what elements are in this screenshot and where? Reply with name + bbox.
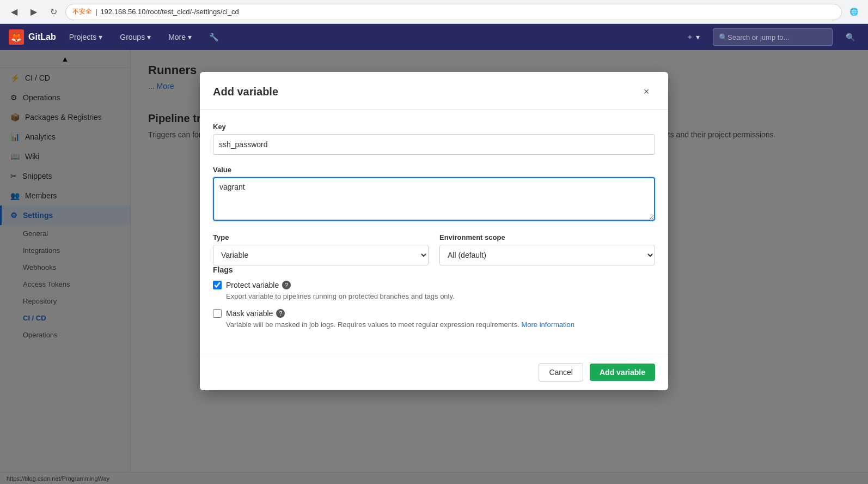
refresh-button[interactable]: ↻ [46, 4, 61, 20]
type-env-row: Type Variable File Environment scope All… [213, 233, 655, 265]
add-variable-modal: Add variable × Key Value vagrant [200, 72, 668, 390]
add-variable-button[interactable]: Add variable [590, 364, 655, 381]
chevron-down-icon: ▾ [147, 33, 151, 41]
nav-search[interactable]: 🔍 Search or jump to... [713, 28, 833, 46]
protect-variable-description: Export variable to pipelines running on … [213, 292, 655, 301]
modal-footer: Cancel Add variable [200, 354, 668, 390]
search-icon: 🔍 [719, 33, 728, 41]
url-separator: | [95, 8, 97, 16]
modal-overlay: Add variable × Key Value vagrant [0, 50, 868, 484]
chevron-down-icon: ▾ [696, 33, 700, 41]
flags-form-group: Flags Protect variable ? Export variable… [213, 265, 655, 330]
url-bar[interactable]: 不安全 | 192.168.56.10/root/test_cicd/-/set… [65, 4, 842, 20]
forward-button[interactable]: ▶ [26, 4, 41, 20]
chevron-down-icon: ▾ [99, 33, 102, 41]
type-select[interactable]: Variable File [213, 245, 429, 265]
env-scope-select[interactable]: All (default) Production Staging [439, 245, 655, 265]
mask-variable-description: Variable will be masked in job logs. Req… [213, 320, 655, 330]
modal-header: Add variable × [200, 72, 668, 110]
nav-groups[interactable]: Groups ▾ [115, 31, 155, 44]
modal-title: Add variable [213, 86, 278, 98]
nav-more[interactable]: More ▾ [164, 31, 196, 44]
mask-variable-row: Mask variable ? [213, 309, 655, 318]
mask-variable-checkbox[interactable] [213, 309, 222, 318]
browser-chrome: ◀ ▶ ↻ 不安全 | 192.168.56.10/root/test_cicd… [0, 0, 868, 24]
value-textarea[interactable]: vagrant [213, 177, 655, 221]
protect-variable-label[interactable]: Protect variable ? [226, 281, 291, 289]
value-form-group: Value vagrant [213, 166, 655, 222]
url-text: 192.168.56.10/root/test_cicd/-/settings/… [100, 8, 239, 16]
mask-variable-help-icon[interactable]: ? [276, 309, 285, 318]
mask-variable-label[interactable]: Mask variable ? [226, 309, 285, 318]
protect-variable-row: Protect variable ? [213, 281, 655, 289]
nav-projects[interactable]: Projects ▾ [65, 31, 107, 44]
chevron-down-icon: ▾ [188, 33, 192, 41]
cancel-button[interactable]: Cancel [539, 363, 583, 382]
value-textarea-wrapper: vagrant [213, 177, 655, 222]
back-button[interactable]: ◀ [7, 4, 22, 20]
key-form-group: Key [213, 123, 655, 155]
gitlab-logo-icon: 🦊 [9, 29, 24, 45]
security-warning: 不安全 [72, 7, 92, 16]
modal-close-button[interactable]: × [638, 83, 655, 100]
key-label: Key [213, 123, 655, 131]
key-input[interactable] [213, 134, 655, 155]
value-label: Value [213, 166, 655, 174]
nav-search-btn[interactable]: 🔍 [841, 31, 859, 44]
gitlab-navbar: 🦊 GitLab Projects ▾ Groups ▾ More ▾ 🔧 ＋ … [0, 24, 868, 50]
protect-variable-checkbox[interactable] [213, 281, 222, 289]
gitlab-logo[interactable]: 🦊 GitLab [9, 29, 56, 45]
protect-variable-help-icon[interactable]: ? [282, 281, 291, 289]
main-layout: ▲ ⚡ CI / CD ⚙ Operations 📦 Packages & Re… [0, 50, 868, 484]
modal-body: Key Value vagrant Type Variable [200, 110, 668, 354]
protect-variable-item: Protect variable ? Export variable to pi… [213, 281, 655, 301]
gitlab-logo-text: GitLab [28, 32, 56, 42]
type-form-col: Type Variable File [213, 233, 429, 265]
type-label: Type [213, 233, 429, 241]
mask-variable-item: Mask variable ? Variable will be masked … [213, 309, 655, 330]
nav-wrench[interactable]: 🔧 [205, 31, 223, 44]
env-scope-form-col: Environment scope All (default) Producti… [439, 233, 655, 265]
flags-title: Flags [213, 265, 655, 274]
nav-plus[interactable]: ＋ ▾ [682, 30, 704, 44]
mask-variable-more-info-link[interactable]: More information [521, 320, 574, 329]
translate-button[interactable]: 🌐 [846, 4, 861, 20]
env-scope-label: Environment scope [439, 233, 655, 241]
